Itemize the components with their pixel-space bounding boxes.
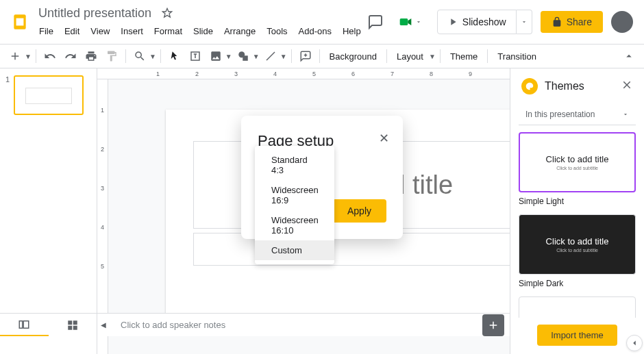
option-standard-43[interactable]: Standard 4:3	[255, 150, 334, 180]
option-widescreen-169[interactable]: Widescreen 16:9	[255, 180, 334, 210]
dimensions-dropdown-menu: Standard 4:3 Widescreen 16:9 Widescreen …	[255, 146, 334, 264]
close-icon[interactable]: ✕	[379, 131, 389, 146]
option-custom[interactable]: Custom	[255, 240, 334, 260]
option-widescreen-1610[interactable]: Widescreen 16:10	[255, 210, 334, 240]
apply-button[interactable]: Apply	[332, 199, 386, 223]
dialog-overlay: Page setup ✕ Standard 4:3 Widescreen 16:…	[0, 0, 644, 354]
page-setup-dialog: Page setup ✕ Standard 4:3 Widescreen 16:…	[241, 116, 403, 239]
